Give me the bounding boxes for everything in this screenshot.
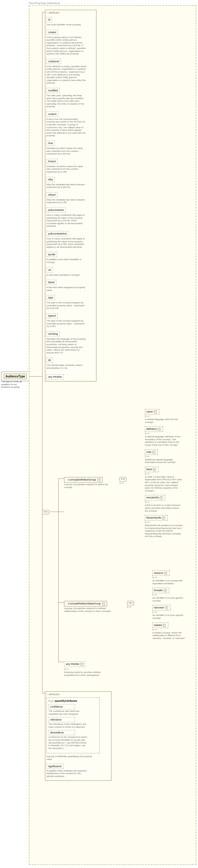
crg-sequence: ••• 0..∞ xyxy=(127,601,134,608)
attr-id: id xyxy=(47,17,52,22)
attr-desc: Why the metadata has been included - exp… xyxy=(47,183,87,189)
cardinality: 0..∞ xyxy=(152,576,194,579)
quantify-group-title: □ grp quantifyAttributes xyxy=(49,700,97,702)
element-desc: In NAR 1.8 and later, facet is deprecate… xyxy=(145,476,182,492)
cdg-name: ConceptDefinitionGroup xyxy=(68,478,96,481)
cardinality: 0..∞ xyxy=(145,432,193,435)
connector xyxy=(58,478,64,479)
element-sameAs: sameAs+ xyxy=(152,570,170,576)
expand-icon[interactable]: + xyxy=(81,663,83,666)
expand-icon[interactable]: + xyxy=(162,517,165,519)
cardinality: 0..∞ xyxy=(145,521,193,523)
attr-desc: If the property value is not defined, sp… xyxy=(47,36,87,55)
attr-desc: The type of the concept assigned as cont… xyxy=(47,301,87,310)
element-related: related+ xyxy=(152,623,168,628)
expand-icon[interactable]: + xyxy=(164,589,167,592)
significance-attr: significance xyxy=(47,764,63,769)
sequence-icon: ••• xyxy=(42,510,49,514)
any-other-element: any ##other+ xyxy=(64,661,85,667)
attr-uri: uri xyxy=(47,267,53,273)
extension-any: any ##other+ 0..∞ Extension point for pr… xyxy=(64,660,102,676)
bottom-attributes-title: □ attributes xyxy=(47,693,110,696)
attr-how: how xyxy=(47,141,55,146)
attr-desc: If set to true the corresponding propert… xyxy=(47,118,87,137)
attr-desc: The confidence with which the metadata h… xyxy=(49,710,89,715)
attr-howuri: howuri xyxy=(47,159,58,164)
element-desc: An identifier of a concept with equivale… xyxy=(152,579,190,585)
expand-icon[interactable]: + xyxy=(153,468,156,471)
crg-card: 0..∞ xyxy=(127,606,134,608)
element-facet: facet+ xyxy=(145,467,159,472)
expand-icon[interactable]: + xyxy=(152,451,155,454)
cdg-box: □ ConceptDefinitionGroup + xyxy=(64,477,103,483)
root-complextype: AudienceType xyxy=(4,374,27,379)
attr-xml-lang: xml:lang xyxy=(47,331,60,337)
crg-box: □ ConceptRelationshipsGroup + xyxy=(64,601,107,607)
element-desc: Additional natural language information … xyxy=(145,458,182,464)
element-hierarchyInfo: hierarchyInfo+ xyxy=(145,515,168,521)
connector xyxy=(50,512,64,512)
attr-type: type xyxy=(47,295,55,300)
attr-why: why xyxy=(47,177,55,182)
attr-desc: Indicates by which means the value was e… xyxy=(47,165,87,174)
attr-confidence: confidence xyxy=(49,704,75,709)
attr-desc: Indicates by which means the value was e… xyxy=(47,147,87,155)
expand-icon[interactable]: + xyxy=(160,496,163,499)
extension-header: Flex1PropType (extension) xyxy=(29,2,60,5)
element-desc: An identifier of a more generic concept. xyxy=(152,597,190,602)
attr-pubconstrainturi: pubconstrainturi xyxy=(47,231,68,236)
attr-derivedfrom: derivedfrom xyxy=(49,730,75,735)
attr-custom: custom xyxy=(47,112,58,117)
expand-icon[interactable]: + xyxy=(97,478,101,482)
ext-desc: Extension point for provider-defined pro… xyxy=(64,671,102,676)
element-remoteInfo: remoteInfo+ xyxy=(145,495,165,500)
attr-literal: literal xyxy=(47,280,56,285)
expand-icon[interactable]: + xyxy=(158,428,161,431)
cardinality: 0..∞ xyxy=(152,628,194,631)
element-desc: A related concept, where the relationshi… xyxy=(152,631,190,640)
ext-card: 0..∞ xyxy=(64,668,102,670)
cdg-sequence: ••• 0..∞ xyxy=(119,477,126,484)
element-note: note+ xyxy=(145,450,158,455)
attr-desc: The date (and, optionally, the time) whe… xyxy=(47,94,87,108)
expand-icon[interactable]: + xyxy=(102,602,105,605)
bottom-attributes-panel: □ attributes □ grp quantifyAttributes co… xyxy=(45,691,111,781)
significance-desc: A qualifier which indicates the expected… xyxy=(47,770,87,778)
expand-icon[interactable]: + xyxy=(164,572,167,575)
connector xyxy=(42,693,45,693)
connector xyxy=(58,478,59,662)
attr-desc: The directionality of textual content (e… xyxy=(47,364,87,369)
connector xyxy=(58,662,64,662)
cdg-seq-icon: ••• xyxy=(119,477,126,482)
attr-desc: A URI which identifies a concept. xyxy=(47,274,87,277)
attr-typeuri: typeuri xyxy=(47,313,58,318)
cdg-desc: A group of properties required to define… xyxy=(64,483,110,489)
element-definition: definition+ xyxy=(145,426,163,432)
connector xyxy=(42,12,45,12)
attr-desc: The local identifier of the property. xyxy=(47,23,87,26)
element-name: name+ xyxy=(145,409,159,414)
attributes-title: □ attributes xyxy=(47,11,95,14)
extension-container: □ attributes idThe local identifier of t… xyxy=(29,5,196,865)
attr-desc: If the attribute is empty, specifies whi… xyxy=(47,65,87,85)
element-desc: A natural language name for the concept. xyxy=(145,418,182,424)
attr-dir: dir xyxy=(47,358,53,363)
expand-icon[interactable]: + xyxy=(163,624,166,627)
attr-creatoruri: creatoruri xyxy=(47,59,61,64)
attributes-panel: □ attributes idThe local identifier of t… xyxy=(45,10,96,381)
expand-icon[interactable]: + xyxy=(165,607,168,609)
attr-desc: A qualified code which identifies a conc… xyxy=(47,258,87,264)
attr-desc: The type of the concept assigned as cont… xyxy=(47,319,87,328)
quantify-group-desc: A group of attributes quantifying the pr… xyxy=(47,755,95,761)
attr-modified: modified xyxy=(47,88,60,93)
element-broader: broader+ xyxy=(152,588,169,593)
crg-seq-icon: ••• xyxy=(127,601,134,605)
connector xyxy=(42,12,43,693)
attr-desc: A reference to the concept from which th… xyxy=(49,736,89,750)
attr-pubconstraint: pubconstraint xyxy=(47,208,65,213)
expand-icon[interactable]: + xyxy=(154,410,157,413)
element-desc: A link to an item or a web resource whic… xyxy=(145,504,182,512)
attr-relevance: relevance xyxy=(49,717,75,722)
cardinality: 0..∞ xyxy=(152,611,194,613)
cardinality: 0..∞ xyxy=(145,472,193,475)
